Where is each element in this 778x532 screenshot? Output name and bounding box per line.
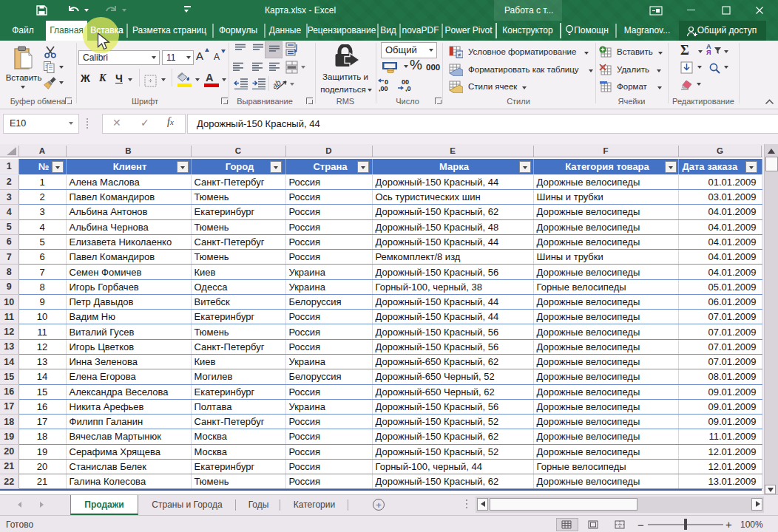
svg-text:≠: ≠ (458, 52, 461, 58)
svg-text:,00: ,00 (379, 85, 388, 92)
svg-text:,0: ,0 (405, 85, 411, 92)
